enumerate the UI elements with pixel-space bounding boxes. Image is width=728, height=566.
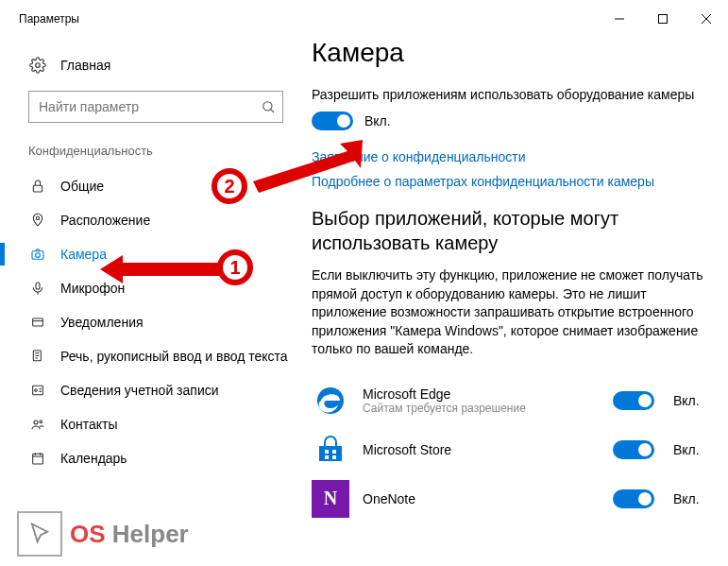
svg-line-6 bbox=[271, 110, 274, 112]
svg-point-23 bbox=[34, 420, 38, 424]
app-toggle-label: Вкл. bbox=[673, 442, 705, 457]
store-icon bbox=[312, 431, 349, 469]
app-row-store: Microsoft Store Вкл. bbox=[312, 425, 705, 474]
svg-rect-7 bbox=[33, 185, 42, 192]
sidebar-item-notifications[interactable]: Уведомления bbox=[0, 305, 312, 339]
svg-point-24 bbox=[40, 420, 42, 423]
close-button[interactable] bbox=[685, 0, 728, 38]
account-icon bbox=[28, 383, 47, 398]
edge-icon bbox=[312, 382, 349, 420]
svg-rect-25 bbox=[33, 454, 43, 464]
sidebar-item-label: Уведомления bbox=[60, 315, 144, 330]
home-nav[interactable]: Главная bbox=[0, 51, 312, 79]
svg-rect-1 bbox=[659, 15, 668, 24]
svg-rect-34 bbox=[332, 455, 336, 459]
app-row-edge: Microsoft Edge Сайтам требуется разрешен… bbox=[312, 376, 705, 425]
sidebar-item-label: Общие bbox=[60, 179, 104, 194]
choose-apps-body: Если выключить эту функцию, приложение н… bbox=[312, 266, 705, 359]
sidebar-item-label: Календарь bbox=[60, 451, 127, 466]
app-toggle-onenote[interactable] bbox=[613, 489, 654, 508]
sidebar-item-account[interactable]: Сведения учетной записи bbox=[0, 373, 312, 407]
sidebar-item-camera[interactable]: Камера bbox=[0, 237, 312, 271]
camera-icon bbox=[28, 247, 47, 262]
contacts-icon bbox=[28, 417, 47, 432]
svg-point-5 bbox=[263, 102, 272, 111]
sidebar-item-label: Контакты bbox=[60, 417, 117, 432]
app-name: OneNote bbox=[363, 491, 600, 506]
sidebar-item-label: Сведения учетной записи bbox=[60, 383, 219, 398]
maximize-button[interactable] bbox=[641, 0, 685, 38]
notifications-icon bbox=[28, 315, 47, 330]
microphone-icon bbox=[28, 281, 47, 296]
sidebar-item-speech[interactable]: Речь, рукописный ввод и ввод текста bbox=[0, 339, 312, 373]
more-privacy-link[interactable]: Подробнее о параметрах конфиденциальност… bbox=[312, 174, 705, 189]
app-toggle-label: Вкл. bbox=[673, 491, 705, 506]
onenote-icon: N bbox=[312, 480, 349, 518]
app-toggle-label: Вкл. bbox=[673, 393, 705, 408]
search-icon bbox=[261, 91, 276, 123]
svg-point-4 bbox=[36, 63, 41, 68]
search-input[interactable] bbox=[28, 91, 283, 123]
window-title: Параметры bbox=[19, 12, 79, 26]
gear-icon bbox=[28, 57, 47, 74]
sidebar-item-microphone[interactable]: Микрофон bbox=[0, 271, 312, 305]
svg-rect-13 bbox=[33, 318, 43, 326]
sidebar-item-label: Камера bbox=[60, 247, 107, 262]
page-title: Камера bbox=[312, 38, 705, 68]
camera-access-toggle[interactable] bbox=[312, 111, 353, 130]
svg-rect-9 bbox=[32, 251, 43, 260]
svg-rect-31 bbox=[325, 450, 329, 454]
app-name: Microsoft Store bbox=[363, 442, 600, 457]
window-controls bbox=[598, 0, 728, 38]
svg-rect-32 bbox=[332, 450, 336, 454]
svg-rect-33 bbox=[325, 455, 329, 459]
sidebar-item-contacts[interactable]: Контакты bbox=[0, 407, 312, 441]
svg-point-8 bbox=[36, 216, 39, 219]
content-pane: Камера Разрешить приложениям использоват… bbox=[312, 38, 728, 566]
titlebar: Параметры bbox=[0, 0, 728, 38]
camera-access-toggle-label: Вкл. bbox=[364, 113, 391, 129]
app-row-onenote: N OneNote Вкл. bbox=[312, 474, 705, 523]
sidebar-item-label: Микрофон bbox=[60, 281, 125, 296]
svg-point-10 bbox=[36, 253, 41, 258]
location-icon bbox=[28, 213, 47, 228]
allow-apps-heading: Разрешить приложениям использовать обору… bbox=[312, 87, 705, 102]
minimize-button[interactable] bbox=[598, 0, 641, 38]
svg-rect-30 bbox=[319, 446, 342, 461]
sidebar-item-label: Расположение bbox=[60, 213, 150, 228]
sidebar-item-general[interactable]: Общие bbox=[0, 169, 312, 203]
search-container bbox=[28, 91, 283, 123]
svg-rect-11 bbox=[36, 283, 40, 289]
lock-icon bbox=[28, 179, 47, 194]
sidebar-item-label: Речь, рукописный ввод и ввод текста bbox=[60, 349, 288, 364]
calendar-icon bbox=[28, 451, 47, 466]
speech-icon bbox=[28, 349, 47, 364]
sidebar-group-title: Конфиденциальность bbox=[0, 136, 312, 169]
app-name: Microsoft Edge bbox=[363, 386, 600, 402]
app-toggle-store[interactable] bbox=[613, 440, 654, 459]
svg-point-20 bbox=[35, 389, 38, 392]
privacy-statement-link[interactable]: Заявление о конфиденциальности bbox=[312, 149, 705, 164]
app-toggle-edge[interactable] bbox=[613, 391, 654, 410]
choose-apps-heading: Выбор приложений, которые могут использо… bbox=[312, 206, 705, 255]
sidebar-item-location[interactable]: Расположение bbox=[0, 203, 312, 237]
sidebar: Главная Конфиденциальность Общие Располо… bbox=[0, 38, 312, 566]
app-sub: Сайтам требуется разрешение bbox=[363, 402, 600, 415]
home-label: Главная bbox=[60, 58, 110, 73]
sidebar-item-calendar[interactable]: Календарь bbox=[0, 441, 312, 475]
